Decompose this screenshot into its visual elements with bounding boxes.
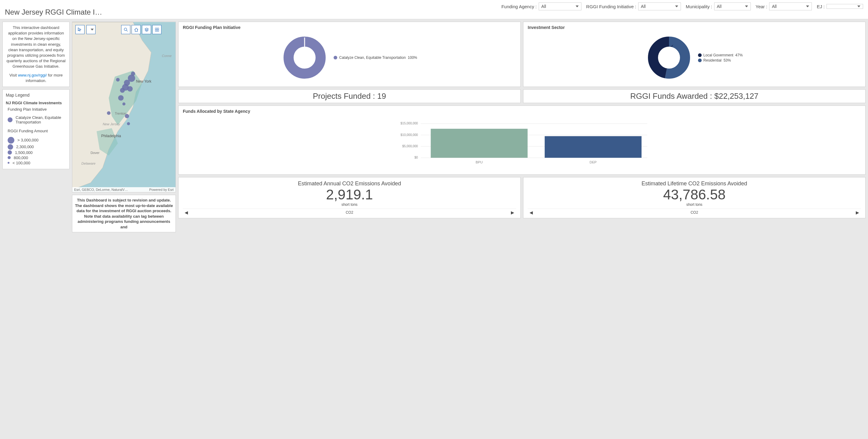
map-point[interactable] bbox=[118, 95, 124, 101]
donut-funding-plan: RGGI Funding Plan Initiative Catalyze Cl… bbox=[178, 22, 521, 87]
legend-bucket-label: 1,500,000 bbox=[15, 150, 33, 155]
y-tick: $10,000,000 bbox=[400, 133, 418, 137]
pager-label: CO2 bbox=[346, 210, 353, 215]
stat-projects-funded: Projects Funded : 19 bbox=[178, 89, 521, 103]
svg-rect-4 bbox=[157, 28, 159, 29]
intro-prefix: Visit bbox=[9, 73, 18, 77]
co2-unit: short tons bbox=[528, 202, 861, 207]
pager-next[interactable]: ▶ bbox=[854, 210, 861, 215]
filter-select-municipality[interactable]: All bbox=[714, 2, 751, 10]
map-label-dover: Dover bbox=[91, 151, 99, 155]
legend-text: Residential 53% bbox=[704, 58, 731, 63]
legend-bucket: 1,500,000 bbox=[8, 150, 66, 155]
map-point[interactable] bbox=[131, 72, 135, 76]
filter-select-ej[interactable] bbox=[827, 4, 863, 9]
map-label-newyork: New York bbox=[136, 79, 151, 83]
map-svg: New York Philadelphia Trenton Dover New … bbox=[72, 22, 176, 192]
y-tick: $0 bbox=[414, 156, 418, 159]
intro-link[interactable]: www.nj.gov/rggi/ bbox=[18, 73, 47, 77]
legend-plan-item: Catalyze Clean, Equitable Transportation bbox=[8, 115, 66, 124]
panel-title: Estimated Annual CO2 Emissions Avoided bbox=[183, 180, 516, 187]
filter-funding-agency: Funding Agency : All bbox=[501, 2, 581, 10]
filter-select-year[interactable]: All bbox=[769, 2, 812, 10]
x-tick: BPU bbox=[475, 160, 483, 164]
map-label-ct: Conne bbox=[162, 54, 172, 58]
svg-rect-5 bbox=[155, 30, 157, 31]
map-point[interactable] bbox=[116, 78, 120, 82]
bar-dep[interactable] bbox=[545, 136, 642, 158]
layers-icon bbox=[144, 28, 149, 32]
pager-next[interactable]: ▶ bbox=[509, 210, 516, 215]
map-point[interactable] bbox=[107, 111, 111, 115]
map-panel[interactable]: New York Philadelphia Trenton Dover New … bbox=[72, 22, 176, 192]
pager-prev[interactable]: ◀ bbox=[528, 210, 535, 215]
left-column: This interactive dashboard application p… bbox=[2, 22, 70, 232]
filter-rggi-initiative: RGGI Funding Initiative : All bbox=[586, 2, 681, 10]
search-button[interactable] bbox=[121, 25, 130, 34]
filter-value: All bbox=[641, 4, 646, 9]
page-title: New Jersey RGGI Climate I… bbox=[5, 2, 102, 16]
map-point[interactable] bbox=[127, 86, 133, 92]
intro-text: This interactive dashboard application p… bbox=[6, 25, 66, 69]
filter-select-rggi-initiative[interactable]: All bbox=[638, 2, 681, 10]
bar-bpu[interactable] bbox=[431, 129, 527, 158]
donut-chart bbox=[282, 35, 328, 80]
filter-label: Funding Agency : bbox=[501, 4, 537, 9]
map-point[interactable] bbox=[127, 122, 130, 125]
chevron-down-icon bbox=[857, 5, 860, 7]
donut-legend: Local Government 47% Residential 53% bbox=[698, 52, 743, 63]
panel-title: RGGI Funding Plan Initiative bbox=[183, 25, 516, 30]
chevron-down-icon bbox=[576, 5, 579, 7]
stat-text: RGGI Funds Awarded : $22,253,127 bbox=[630, 92, 758, 101]
x-tick: DEP bbox=[590, 160, 597, 164]
basemap-button[interactable] bbox=[152, 25, 161, 34]
co2-annual-panel: Estimated Annual CO2 Emissions Avoided 2… bbox=[178, 177, 521, 218]
legend-size-icon bbox=[8, 162, 9, 164]
co2-lifetime-panel: Estimated Lifetime CO2 Emissions Avoided… bbox=[523, 177, 866, 218]
filter-select-funding-agency[interactable]: All bbox=[539, 2, 581, 10]
map-point[interactable] bbox=[122, 102, 125, 105]
svg-rect-6 bbox=[157, 30, 159, 31]
search-icon bbox=[124, 28, 128, 32]
map-point[interactable] bbox=[125, 114, 129, 118]
pager-prev[interactable]: ◀ bbox=[183, 210, 190, 215]
legend-text: Catalyze Clean, Equitable Transportation… bbox=[339, 56, 417, 60]
legend-bucket: 2,300,000 bbox=[8, 144, 66, 150]
select-tool-dropdown[interactable] bbox=[86, 25, 96, 34]
y-tick: $15,000,000 bbox=[400, 122, 418, 125]
layers-button[interactable] bbox=[142, 25, 151, 34]
legend-plan-label: Catalyze Clean, Equitable Transportation bbox=[16, 115, 61, 124]
map-attribution: Esri, GEBCO, DeLorme, NaturalV… Powered … bbox=[72, 187, 176, 192]
map-label-trenton: Trenton bbox=[115, 111, 126, 115]
legend-card: Map Legend NJ RGGI Climate Investments F… bbox=[2, 89, 70, 169]
svg-rect-3 bbox=[155, 28, 157, 29]
filter-label: Year : bbox=[756, 4, 768, 9]
chevron-down-icon bbox=[91, 29, 94, 31]
swatch-icon bbox=[698, 53, 702, 57]
home-button[interactable] bbox=[131, 25, 141, 34]
home-icon bbox=[134, 28, 138, 32]
legend-size-icon bbox=[8, 156, 11, 159]
legend-swatch-icon bbox=[8, 117, 12, 122]
legend-bucket: < 100,000 bbox=[8, 161, 66, 165]
svg-point-1 bbox=[124, 28, 126, 30]
pager: ◀ CO2 ▶ bbox=[528, 208, 861, 215]
legend-bucket-label: 2,300,000 bbox=[16, 144, 34, 149]
co2-value: 43,786.58 bbox=[528, 187, 861, 202]
filter-year: Year : All bbox=[756, 2, 812, 10]
stat-funds-awarded: RGGI Funds Awarded : $22,253,127 bbox=[523, 89, 866, 103]
panel-title: Investment Sector bbox=[528, 25, 861, 30]
panel-title: Funds Allocated by State Agency bbox=[183, 109, 861, 114]
filter-bar: Funding Agency : All RGGI Funding Initia… bbox=[501, 2, 863, 10]
pager: ◀ CO2 ▶ bbox=[183, 208, 516, 215]
map-column: New York Philadelphia Trenton Dover New … bbox=[72, 22, 176, 232]
chevron-down-icon bbox=[745, 5, 748, 7]
disclaimer-text: This Dashboard is subject to revision an… bbox=[75, 198, 173, 229]
header-bar: New Jersey RGGI Climate I… Funding Agenc… bbox=[0, 0, 868, 19]
dashboard-layout: This interactive dashboard application p… bbox=[0, 19, 868, 235]
legend-bucket: > 3,000,000 bbox=[8, 137, 66, 144]
select-tool-button[interactable] bbox=[75, 25, 85, 34]
pager-label: CO2 bbox=[691, 210, 698, 215]
map-point[interactable] bbox=[120, 88, 125, 93]
attribution-text: Esri, GEBCO, DeLorme, NaturalV… bbox=[74, 188, 128, 192]
